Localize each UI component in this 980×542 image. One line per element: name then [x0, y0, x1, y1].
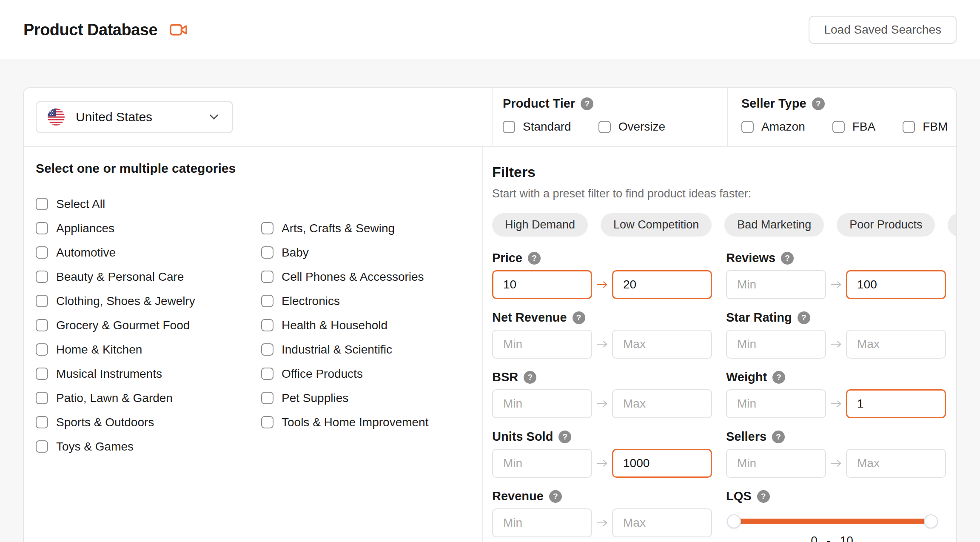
price-min-input[interactable] [492, 270, 592, 299]
health-checkbox-box[interactable] [261, 319, 273, 331]
category-select-all[interactable]: Select All [36, 192, 261, 216]
pet-checkbox-box[interactable] [261, 392, 273, 404]
star-rating-min-input[interactable] [726, 330, 826, 359]
sports-checkbox-box[interactable] [36, 416, 48, 428]
reviews-min-input[interactable] [726, 270, 826, 299]
bsr-help-icon[interactable]: ? [524, 371, 536, 384]
checkbox-fbm[interactable]: FBM [903, 120, 948, 134]
filter-reviews: Reviews? [726, 251, 946, 299]
category-baby[interactable]: Baby [261, 240, 482, 265]
checkbox-fba[interactable]: FBA [832, 120, 875, 134]
checkbox-standard[interactable]: Standard [503, 120, 571, 134]
units-sold-help-icon[interactable]: ? [558, 431, 571, 443]
industrial-checkbox-box[interactable] [261, 343, 273, 356]
bsr-min-input[interactable] [492, 389, 592, 418]
net-revenue-help-icon[interactable]: ? [573, 311, 585, 324]
revenue-min-input[interactable] [492, 508, 592, 537]
category-musical-instruments[interactable]: Musical Instruments [36, 362, 261, 386]
category-pet-supplies[interactable]: Pet Supplies [261, 386, 482, 410]
sellers-min-input[interactable] [726, 449, 826, 478]
appliances-checkbox-box[interactable] [36, 222, 48, 234]
lqs-slider-max-handle[interactable] [924, 514, 938, 528]
category-office-products[interactable]: Office Products [261, 362, 482, 386]
seller-type-help-icon[interactable]: ? [812, 97, 825, 110]
category-toys-games[interactable]: Toys & Games [36, 434, 261, 459]
patio-checkbox-box[interactable] [36, 392, 48, 404]
reviews-max-input[interactable] [846, 270, 946, 299]
price-max-input[interactable] [612, 270, 712, 299]
product-tier-help-icon[interactable]: ? [581, 97, 593, 110]
units-sold-max-input[interactable] [612, 449, 712, 478]
categories-title: Select one or multiple categories [36, 161, 482, 176]
arts-checkbox-box[interactable] [261, 222, 273, 234]
filter-star-rating: Star Rating? [726, 311, 946, 359]
category-tools-home-improvement[interactable]: Tools & Home Improvement [261, 410, 482, 434]
sellers-help-icon[interactable]: ? [772, 431, 785, 443]
toys-checkbox-box[interactable] [36, 440, 48, 453]
lqs-slider-track[interactable] [730, 519, 934, 524]
marketplace-selected-value: United States [76, 110, 207, 124]
preset-poor-products[interactable]: Poor Products [837, 213, 935, 237]
oversize-checkbox-box[interactable] [598, 121, 611, 133]
category-sports-outdoors[interactable]: Sports & Outdoors [36, 410, 261, 434]
lqs-slider-min-handle[interactable] [727, 514, 741, 528]
weight-max-input[interactable] [846, 389, 946, 418]
office-checkbox-box[interactable] [261, 368, 273, 380]
category-arts-crafts-sewing[interactable]: Arts, Crafts & Sewing [261, 216, 482, 240]
select-all-checkbox-box[interactable] [36, 198, 48, 210]
electronics-checkbox-box[interactable] [261, 295, 273, 307]
preset-good-roi[interactable]: Good ROI [948, 213, 957, 237]
filter-weight: Weight? [726, 370, 946, 418]
category-industrial-scientific[interactable]: Industrial & Scientific [261, 337, 482, 362]
reviews-help-icon[interactable]: ? [781, 252, 794, 265]
sellers-max-input[interactable] [846, 449, 946, 478]
baby-checkbox-box[interactable] [261, 246, 273, 259]
amazon-checkbox-box[interactable] [741, 121, 754, 133]
category-electronics[interactable]: Electronics [261, 289, 482, 313]
bsr-max-input[interactable] [612, 389, 712, 418]
checkbox-amazon[interactable]: Amazon [741, 120, 805, 134]
weight-min-input[interactable] [726, 389, 826, 418]
clothing-checkbox-box[interactable] [36, 295, 48, 307]
range-arrow-icon [826, 459, 846, 467]
category-appliances[interactable]: Appliances [36, 216, 261, 240]
tools-checkbox-box[interactable] [261, 416, 273, 428]
units-sold-min-input[interactable] [492, 449, 592, 478]
price-help-icon[interactable]: ? [528, 252, 541, 265]
video-tutorial-icon[interactable] [168, 20, 188, 40]
category-cell-phones-accessories[interactable]: Cell Phones & Accessories [261, 265, 482, 289]
marketplace-select[interactable]: United States [36, 101, 233, 133]
category-grocery-gourmet-food[interactable]: Grocery & Gourmet Food [36, 313, 261, 337]
checkbox-oversize[interactable]: Oversize [598, 120, 665, 134]
preset-high-demand[interactable]: High Demand [492, 213, 588, 237]
star-rating-help-icon[interactable]: ? [798, 311, 810, 324]
filter-bsr: BSR? [492, 370, 712, 418]
standard-checkbox-box[interactable] [503, 121, 515, 133]
category-health-household[interactable]: Health & Household [261, 313, 482, 337]
revenue-help-icon[interactable]: ? [549, 490, 562, 503]
net-revenue-max-input[interactable] [612, 330, 712, 359]
weight-help-icon[interactable]: ? [772, 371, 785, 384]
category-beauty-personal-care[interactable]: Beauty & Personal Care [36, 265, 261, 289]
preset-bad-marketing[interactable]: Bad Marketing [724, 213, 824, 237]
category-home-kitchen[interactable]: Home & Kitchen [36, 337, 261, 362]
load-saved-searches-button[interactable]: Load Saved Searches [809, 16, 957, 44]
lqs-help-icon[interactable]: ? [757, 490, 770, 503]
beauty-checkbox-box[interactable] [36, 271, 48, 283]
category-patio-lawn-garden[interactable]: Patio, Lawn & Garden [36, 386, 261, 410]
grocery-checkbox-box[interactable] [36, 319, 48, 331]
fbm-checkbox-box[interactable] [903, 121, 915, 133]
revenue-max-input[interactable] [612, 508, 712, 537]
automotive-checkbox-box[interactable] [36, 246, 48, 259]
category-clothing-shoes-jewelry[interactable]: Clothing, Shoes & Jewelry [36, 289, 261, 313]
musical-checkbox-box[interactable] [36, 368, 48, 380]
preset-low-competition[interactable]: Low Competition [601, 213, 712, 237]
fba-checkbox-box[interactable] [832, 121, 845, 133]
page-title: Product Database [23, 21, 157, 39]
category-automotive[interactable]: Automotive [36, 240, 261, 265]
home-kitchen-checkbox-box[interactable] [36, 343, 48, 356]
lqs-slider[interactable] [730, 514, 934, 528]
star-rating-max-input[interactable] [846, 330, 946, 359]
cellphones-checkbox-box[interactable] [261, 271, 273, 283]
net-revenue-min-input[interactable] [492, 330, 592, 359]
